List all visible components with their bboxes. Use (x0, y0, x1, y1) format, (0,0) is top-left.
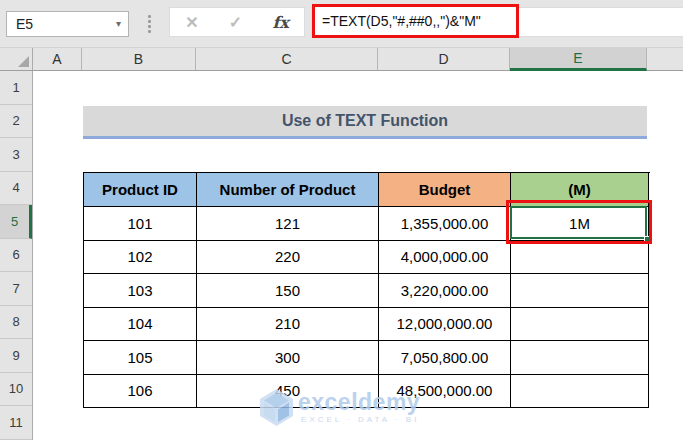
cell-b7[interactable]: 103 (84, 274, 197, 308)
cell-d7[interactable]: 3,220,000.00 (379, 274, 511, 308)
cell-b8[interactable]: 104 (84, 308, 197, 342)
row-header-3[interactable]: 3 (0, 138, 32, 172)
cell-b6[interactable]: 102 (84, 241, 197, 275)
column-header-c[interactable]: C (196, 48, 378, 70)
cell-d5[interactable]: 1,355,000.00 (379, 207, 511, 241)
cell-c7[interactable]: 150 (197, 274, 379, 308)
enter-icon[interactable]: ✓ (229, 13, 242, 32)
row-header-2[interactable]: 2 (0, 105, 32, 139)
row-header-1[interactable]: 1 (0, 71, 32, 105)
insert-function-icon[interactable]: fx (272, 13, 288, 32)
column-header-a[interactable]: A (33, 48, 82, 70)
row-header-6[interactable]: 6 (0, 239, 32, 273)
row-header-strip: 1 2 3 4 5 6 7 8 9 10 11 (0, 71, 33, 440)
cell-e8[interactable] (511, 308, 649, 342)
formula-text[interactable]: =TEXT(D5,"#,##0,,")&"M" (315, 13, 481, 29)
cell-e7[interactable] (511, 274, 649, 308)
cell-e9[interactable] (511, 341, 649, 375)
cell-d6[interactable]: 4,000,000.00 (379, 241, 511, 275)
name-box-value: E5 (7, 16, 33, 32)
toolbar-drag-handle-icon (148, 15, 151, 33)
exceldemy-watermark: exceldemy EXCEL · DATA · BI (260, 389, 420, 426)
formula-toolbar: E5 ▾ ✕ ✓ fx =TEXT(D5,"#,##0,,")&"M" (0, 0, 683, 48)
cell-b5[interactable]: 101 (84, 207, 197, 241)
cell-e10[interactable] (511, 375, 649, 409)
cell-b10[interactable]: 106 (84, 375, 197, 409)
row-header-4[interactable]: 4 (0, 172, 32, 206)
select-all-button[interactable] (0, 48, 33, 70)
name-box[interactable]: E5 ▾ (6, 11, 129, 37)
chevron-down-icon[interactable]: ▾ (116, 18, 121, 29)
select-all-triangle-icon (18, 56, 29, 67)
formula-buttons: ✕ ✓ fx (169, 7, 305, 37)
row-header-9[interactable]: 9 (0, 339, 32, 373)
excel-window: E5 ▾ ✕ ✓ fx =TEXT(D5,"#,##0,,")&"M" A B … (0, 0, 683, 440)
table-header-number-of-product[interactable]: Number of Product (197, 173, 379, 207)
table-header-m[interactable]: (M) (511, 173, 649, 207)
row-header-7[interactable]: 7 (0, 272, 32, 306)
column-header-strip: A B C D E (0, 48, 683, 71)
data-table: Product ID Number of Product Budget (M) … (83, 172, 650, 408)
cell-e5-selected[interactable]: 1M (511, 207, 649, 241)
watermark-brand: exceldemy (298, 391, 420, 413)
row-header-11[interactable]: 11 (0, 406, 32, 440)
column-header-e-selected[interactable]: E (510, 48, 647, 71)
watermark-tagline: EXCEL · DATA · BI (298, 415, 420, 424)
row-header-10[interactable]: 10 (0, 373, 32, 407)
column-header-d[interactable]: D (378, 48, 510, 70)
column-header-b[interactable]: B (82, 48, 196, 70)
cell-d8[interactable]: 12,000,000.00 (379, 308, 511, 342)
cell-d9[interactable]: 7,050,800.00 (379, 341, 511, 375)
title-banner[interactable]: Use of TEXT Function (83, 106, 647, 139)
table-header-product-id[interactable]: Product ID (84, 173, 197, 207)
cell-c6[interactable]: 220 (197, 241, 379, 275)
cell-c8[interactable]: 210 (197, 308, 379, 342)
formula-annotation-box: =TEXT(D5,"#,##0,,")&"M" (312, 4, 519, 38)
cell-e6[interactable] (511, 241, 649, 275)
cell-c5[interactable]: 121 (197, 207, 379, 241)
table-header-budget[interactable]: Budget (379, 173, 511, 207)
cell-b9[interactable]: 105 (84, 341, 197, 375)
row-header-8[interactable]: 8 (0, 306, 32, 340)
exceldemy-logo-icon (260, 389, 293, 426)
row-header-5-selected[interactable]: 5 (0, 205, 32, 239)
cell-c9[interactable]: 300 (197, 341, 379, 375)
cancel-icon[interactable]: ✕ (185, 13, 198, 32)
